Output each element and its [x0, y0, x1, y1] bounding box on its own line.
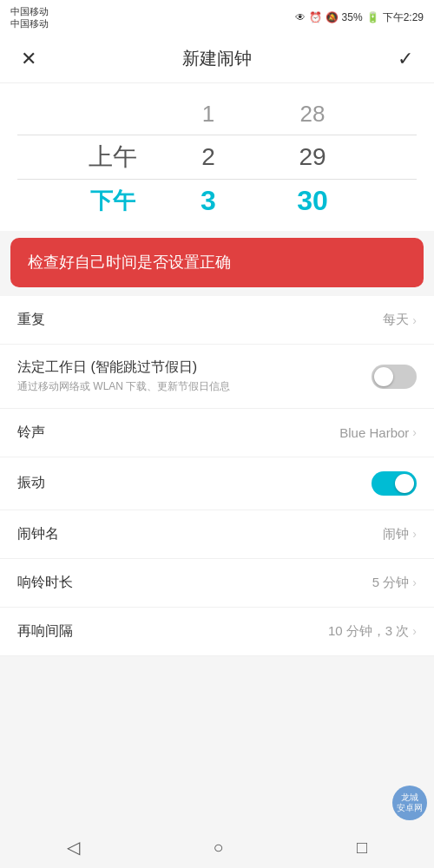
top-bar: ✕ 新建闹钟 ✓ [0, 35, 434, 83]
minutes-column[interactable]: 28 29 30 [260, 92, 365, 222]
chevron-icon: › [412, 313, 417, 327]
time-label: 下午2:29 [383, 10, 424, 25]
chevron-icon: › [412, 527, 417, 541]
item-left: 重复 [17, 311, 383, 329]
toggle-knob [395, 474, 414, 493]
close-button[interactable]: ✕ [14, 41, 43, 77]
watermark-text: 龙城安卓网 [397, 792, 423, 813]
item-right: 10 分钟，3 次 › [328, 623, 417, 640]
settings-item-vibration[interactable]: 振动 [0, 457, 434, 510]
item-left: 法定工作日 (智能跳过节假日) 通过移动网络或 WLAN 下载、更新节假日信息 [17, 358, 372, 394]
settings-item-workday[interactable]: 法定工作日 (智能跳过节假日) 通过移动网络或 WLAN 下载、更新节假日信息 [0, 345, 434, 409]
page-title: 新建闹钟 [182, 47, 252, 70]
status-right: 👁 ⏰ 🔕 35% 🔋 下午2:29 [295, 10, 424, 25]
settings-item-duration[interactable]: 响铃时长 5 分钟 › [0, 559, 434, 608]
workday-toggle[interactable] [372, 365, 417, 389]
status-bar: 中国移动 中国移动 👁 ⏰ 🔕 35% 🔋 下午2:29 [0, 0, 434, 35]
minute-row2[interactable]: 29 [260, 135, 365, 179]
item-label: 法定工作日 (智能跳过节假日) [17, 358, 372, 377]
home-button[interactable]: ○ [195, 831, 240, 865]
item-label: 铃声 [17, 424, 339, 442]
item-right [372, 471, 417, 496]
carrier-info: 中国移动 中国移动 [10, 5, 49, 30]
carrier2-label: 中国移动 [10, 17, 49, 30]
hour-above[interactable]: 1 [156, 92, 260, 135]
hour-near[interactable]: 2 [156, 135, 260, 179]
minute-row1[interactable]: 28 [260, 92, 365, 135]
battery-label: 35% [342, 11, 363, 23]
settings-item-repeat[interactable]: 重复 每天 › [0, 296, 434, 345]
carrier1-label: 中国移动 [10, 5, 49, 17]
chevron-icon: › [412, 425, 417, 439]
eye-icon: 👁 [295, 11, 306, 23]
item-value: Blue Harbor [339, 425, 409, 440]
watermark-logo: 龙城安卓网 [392, 786, 427, 820]
time-picker[interactable]: 上午 下午 1 2 3 28 29 30 [0, 83, 434, 231]
item-left: 再响间隔 [17, 622, 328, 641]
watermark: 龙城安卓网 [392, 786, 427, 820]
item-value: 闹钟 [383, 526, 409, 542]
item-left: 闹钟名 [17, 525, 383, 543]
item-value: 5 分钟 [372, 575, 410, 591]
item-right: 5 分钟 › [372, 575, 417, 591]
item-left: 铃声 [17, 424, 339, 442]
ampm-selected[interactable]: 下午 [69, 179, 156, 222]
dnd-icon: 🔕 [326, 11, 339, 23]
chevron-icon: › [412, 624, 417, 638]
ampm-near[interactable]: 上午 [69, 135, 156, 179]
bottom-nav: ◁ ○ □ [0, 826, 434, 868]
toggle-knob [374, 367, 393, 386]
alarm-icon: ⏰ [309, 11, 322, 23]
settings-item-ringtone[interactable]: 铃声 Blue Harbor › [0, 409, 434, 457]
settings-item-snooze[interactable]: 再响间隔 10 分钟，3 次 › [0, 608, 434, 656]
item-right: 每天 › [383, 312, 417, 328]
item-left: 响铃时长 [17, 574, 372, 592]
ampm-above [69, 92, 156, 135]
hours-column[interactable]: 1 2 3 [156, 92, 260, 222]
back-button[interactable]: ◁ [49, 830, 97, 865]
item-label: 重复 [17, 311, 383, 329]
item-label: 再响间隔 [17, 622, 328, 641]
item-label: 闹钟名 [17, 525, 383, 543]
item-value: 10 分钟，3 次 [328, 623, 409, 640]
item-right [372, 365, 417, 389]
chevron-icon: › [412, 575, 417, 589]
settings-list: 重复 每天 › 法定工作日 (智能跳过节假日) 通过移动网络或 WLAN 下载、… [0, 296, 434, 656]
item-label: 响铃时长 [17, 574, 372, 592]
hour-selected[interactable]: 3 [156, 179, 260, 222]
ampm-column[interactable]: 上午 下午 [69, 92, 156, 222]
item-label: 振动 [17, 474, 372, 492]
alert-banner: 检查好自己时间是否设置正确 [10, 238, 424, 287]
item-sublabel: 通过移动网络或 WLAN 下载、更新节假日信息 [17, 379, 372, 394]
minute-selected[interactable]: 30 [260, 179, 365, 222]
alert-text: 检查好自己时间是否设置正确 [28, 253, 231, 271]
confirm-button[interactable]: ✓ [391, 41, 420, 77]
settings-item-alarm-name[interactable]: 闹钟名 闹钟 › [0, 510, 434, 559]
recent-button[interactable]: □ [339, 831, 385, 865]
item-value: 每天 [383, 312, 409, 328]
vibration-toggle[interactable] [372, 471, 417, 496]
item-right: 闹钟 › [383, 526, 417, 542]
battery-icon: 🔋 [366, 11, 379, 23]
item-right: Blue Harbor › [339, 425, 417, 440]
item-left: 振动 [17, 474, 372, 492]
